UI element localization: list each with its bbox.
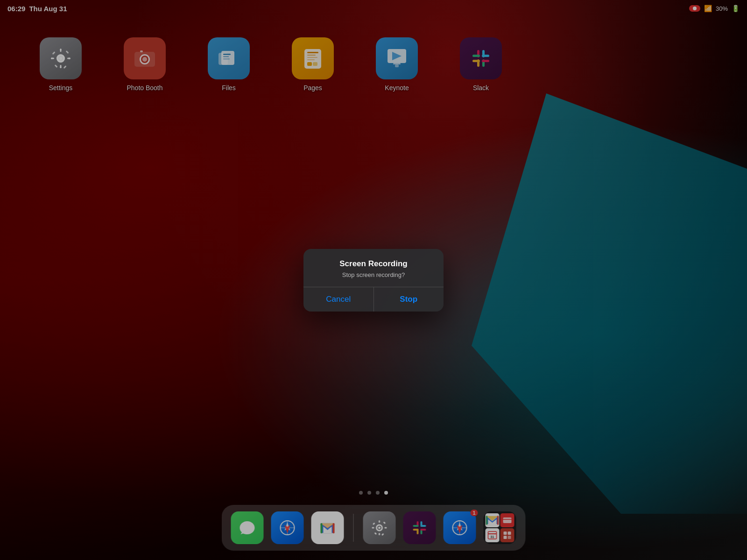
dialog-title: Screen Recording <box>313 259 434 269</box>
dialog-body: Screen Recording Stop screen recording? <box>303 249 444 287</box>
screen-recording-dialog: Screen Recording Stop screen recording? … <box>303 249 444 312</box>
dialog-buttons: Cancel Stop <box>303 287 444 312</box>
cancel-button[interactable]: Cancel <box>303 287 374 312</box>
stop-button[interactable]: Stop <box>374 287 444 312</box>
dialog-message: Stop screen recording? <box>313 271 434 278</box>
